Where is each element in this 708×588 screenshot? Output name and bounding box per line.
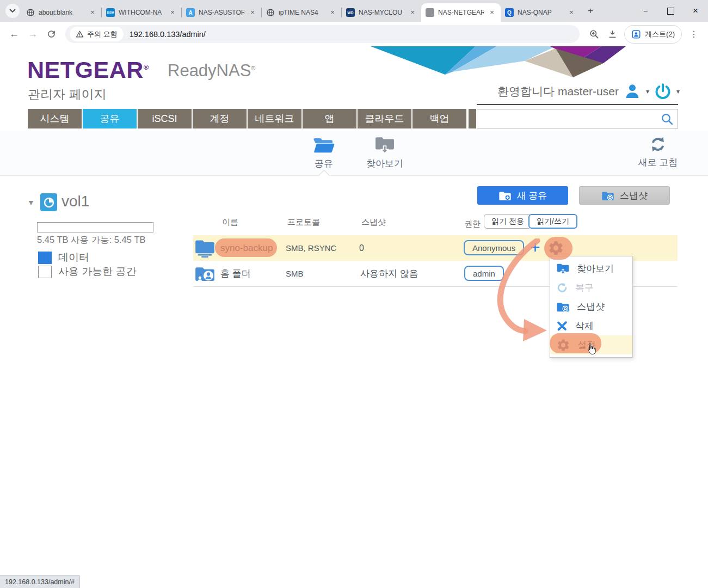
zoom-icon[interactable] [585,26,602,43]
address-bar: ← → 주의 요함 192.168.0.133/admin/ 게스트(2) ⋮ [0,22,708,46]
legend-label: 사용 가능한 공간 [58,265,137,279]
tab-title: NAS-MYCLOU [359,9,404,16]
search-icon[interactable] [660,112,674,126]
menu-item-settings[interactable]: 설정 [550,335,632,354]
restore-icon [556,281,568,294]
power-icon[interactable] [654,83,672,100]
tab-close-icon[interactable]: × [567,8,576,17]
browser-tab[interactable]: ipTIME NAS4 × [262,3,341,22]
header-divider [477,104,678,105]
subnav-divider [0,175,708,176]
browser-window: about:blank × DSM WITHCOM-NA × A NAS-ASU… [0,0,708,588]
tab-backup[interactable]: 백업 [413,109,466,128]
permission-button[interactable]: Anonymous [464,240,524,255]
security-label: 주의 요함 [87,29,118,39]
new-share-folder-icon [498,190,512,201]
data-swatch [38,252,52,264]
tab-cloud[interactable]: 클라우드 [358,109,411,128]
subnav-band [0,131,708,175]
globe-icon [266,8,275,17]
tab-close-icon[interactable]: × [488,8,496,17]
omnibox[interactable]: 주의 요함 192.168.0.133/admin/ [65,25,580,43]
subnav-shares[interactable]: 공유 [302,135,346,170]
refresh-button[interactable]: 새로 고침 [633,135,682,169]
tab-accounts[interactable]: 계정 [193,109,247,128]
menu-item-restore[interactable]: 복구 [550,278,632,297]
tab-close-icon[interactable]: × [408,8,417,17]
add-permission-icon[interactable]: + [530,235,540,260]
tab-iscsi[interactable]: iSCSI [138,109,192,128]
browse-folder-icon [556,262,570,275]
browser-menu-button[interactable]: ⋮ [685,26,703,43]
tab-shares[interactable]: 공유 [83,109,137,128]
tab-title: NAS-NETGEAR [438,9,484,16]
share-name: syno-backup [220,235,273,261]
browser-tab[interactable]: DSM WITHCOM-NA × [102,3,181,22]
download-icon[interactable] [604,26,621,43]
snapshot-button[interactable]: 스냅샷 [579,186,670,205]
wd-favicon: WD [346,8,355,17]
chevron-down-icon[interactable]: ▾ [676,88,680,95]
chevron-down-icon[interactable]: ▾ [646,88,649,95]
tab-title: NAS-ASUSTOR [199,9,244,16]
share-snapshot-count: 0 [359,235,364,261]
reload-button[interactable] [42,26,60,43]
gear-icon[interactable] [547,240,564,256]
forward-button[interactable]: → [24,26,41,43]
volume-collapse-icon[interactable]: ▼ [27,198,35,207]
read-only-filter-button[interactable]: 읽기 전용 [484,214,532,229]
maximize-button[interactable] [658,0,683,22]
registered-mark: ® [251,65,255,71]
tab-close-icon[interactable]: × [168,8,177,17]
url-text[interactable]: 192.168.0.133/admin/ [130,30,206,39]
close-button[interactable]: × [683,0,708,22]
menu-label: 설정 [577,339,596,351]
tab-close-icon[interactable]: × [328,8,337,17]
security-chip[interactable]: 주의 요함 [70,27,124,41]
snapshot-folder-icon [601,190,614,201]
refresh-icon [648,135,668,154]
tab-title: ipTIME NAS4 [279,9,324,16]
tab-system[interactable]: 시스템 [28,109,82,128]
back-button[interactable]: ← [5,26,23,43]
browser-tab[interactable]: A NAS-ASUSTOR × [182,3,261,22]
readynas-logo: ReadyNAS® [168,61,255,81]
tab-network[interactable]: 네트워크 [248,109,301,128]
menu-label: 스냅샷 [577,301,605,313]
shares-folder-icon [312,135,336,155]
browser-tab[interactable]: Q NAS-QNAP × [501,3,580,22]
browser-tab-active[interactable]: NAS-NETGEAR × [421,3,501,22]
legend-data: 데이터 [38,250,89,265]
browser-tab[interactable]: WD NAS-MYCLOU × [342,3,421,22]
main-nav: 시스템 공유 iSCSI 계정 네트워크 앱 클라우드 백업 [28,109,466,128]
new-tab-button[interactable]: + [583,4,598,18]
user-menu-icon[interactable] [624,83,641,100]
netgear-favicon [426,8,434,17]
menu-item-browse[interactable]: 찾아보기 [550,259,632,278]
minimize-button[interactable]: − [633,0,658,22]
registered-mark: ® [144,63,149,71]
browse-folder-icon [373,135,397,155]
permission-button[interactable]: admin [464,266,504,281]
volume-name[interactable]: vol1 [61,193,89,210]
search-input[interactable] [477,109,660,128]
tab-close-icon[interactable]: × [248,8,257,17]
delete-x-icon [556,320,568,332]
tab-close-icon[interactable]: × [88,8,97,17]
avatar-icon [631,29,641,39]
free-space-swatch [38,266,52,278]
tab-apps[interactable]: 앱 [303,109,356,128]
share-name: 홈 폴더 [220,261,251,286]
legend-free: 사용 가능한 공간 [38,265,137,279]
menu-item-snapshot[interactable]: 스냅샷 [550,297,632,316]
refresh-label: 새로 고침 [638,156,678,169]
menu-label: 복구 [575,281,594,294]
profile-button[interactable]: 게스트(2) [624,25,682,44]
browser-tab[interactable]: about:blank × [22,3,101,22]
menu-item-delete[interactable]: 삭제 [550,316,632,335]
new-share-button[interactable]: 새 공유 [477,186,568,205]
subnav-browse[interactable]: 찾아보기 [360,135,409,170]
tab-search-chevron-icon[interactable] [5,4,20,18]
read-write-filter-button[interactable]: 읽기/쓰기 [528,214,577,229]
menu-label: 찾아보기 [577,262,614,275]
